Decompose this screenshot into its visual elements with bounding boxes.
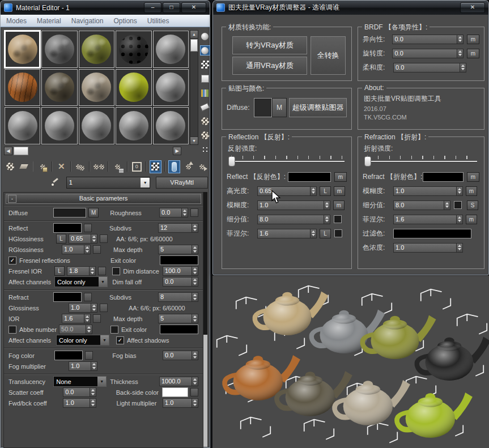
fresnel-field[interactable]: 1.6 xyxy=(393,215,457,224)
back-side-map-button[interactable] xyxy=(190,388,198,396)
translucency-dropdown[interactable]: None ▼ xyxy=(53,376,107,387)
material-type-button[interactable]: VRayMtl xyxy=(156,177,208,189)
material-editor-titlebar[interactable]: Material Editor - 1 – □ ✕ xyxy=(1,1,210,15)
dialog-titlebar[interactable]: 图夫批量VRay材质调整器 - 选谁调谁 ✕ xyxy=(213,1,488,15)
put-to-library-icon[interactable] xyxy=(112,160,124,173)
subdivs-s-button[interactable]: S xyxy=(467,200,478,210)
video-color-check-icon[interactable] xyxy=(200,88,210,98)
fresnel-checkbox[interactable] xyxy=(334,229,342,237)
highlight-map-button[interactable]: m xyxy=(334,186,345,196)
teapot[interactable] xyxy=(394,392,473,438)
rollout-scroll-thumb[interactable] xyxy=(203,335,207,447)
material-map-navigator-icon[interactable] xyxy=(200,144,210,155)
exit-color-checkbox[interactable] xyxy=(110,326,118,334)
scroll-left-icon[interactable]: ◀ xyxy=(4,147,12,155)
rglossiness-map-button[interactable] xyxy=(93,245,101,254)
exit-color-swatch[interactable] xyxy=(160,255,198,265)
make-material-copy-icon[interactable] xyxy=(74,160,86,173)
fog-color-map-button[interactable] xyxy=(85,351,93,360)
fresnel-lock-button[interactable]: L xyxy=(320,229,331,238)
abbe-number-spinner[interactable] xyxy=(86,325,92,334)
sample-slot[interactable] xyxy=(5,107,40,144)
sample-slot[interactable] xyxy=(79,69,114,106)
sample-slot[interactable] xyxy=(79,107,114,144)
rollout-scrollbar[interactable] xyxy=(203,192,207,447)
thickness-field[interactable]: 1000.0 xyxy=(159,377,192,386)
refract-color-swatch[interactable] xyxy=(423,172,464,182)
highlight-spinner[interactable] xyxy=(311,186,317,196)
diffuse-map-button[interactable]: M xyxy=(88,208,99,217)
sample-uv-tiling-icon[interactable] xyxy=(200,74,210,84)
subdivs-spinner[interactable] xyxy=(192,292,198,302)
slot-vertical-scrollbar[interactable]: ▲ ▼ xyxy=(190,30,198,145)
options-icon[interactable] xyxy=(200,116,210,126)
fresnel-spinner[interactable] xyxy=(311,229,317,238)
hglossiness-lock-button[interactable]: L xyxy=(56,234,66,244)
get-material-icon[interactable] xyxy=(4,160,16,173)
rotation-field[interactable]: 0.0 xyxy=(392,49,457,58)
sample-type-icon[interactable] xyxy=(200,31,210,41)
blur-field[interactable]: 1.0 xyxy=(257,200,324,210)
subdivs-spinner[interactable] xyxy=(444,200,450,210)
dropdown-arrow-icon[interactable]: ▼ xyxy=(97,377,106,386)
affect-channels-dropdown[interactable]: Color only ▼ xyxy=(54,276,108,287)
subdivs-spinner[interactable] xyxy=(324,215,330,224)
fwd-bck-coeff-field[interactable]: 1.0 xyxy=(63,398,90,408)
color-density-field[interactable]: 1.0 xyxy=(393,243,457,253)
reflect-color-swatch[interactable] xyxy=(53,223,82,233)
subdivs-spinner[interactable] xyxy=(192,223,198,233)
fresnel-ior-field[interactable]: 1.8 xyxy=(67,266,90,276)
refract-color-swatch[interactable] xyxy=(53,292,82,302)
rglossiness-field[interactable]: 1.0 xyxy=(62,245,84,254)
highlight-field[interactable]: 0.65 xyxy=(257,186,311,196)
subdivs-checkbox[interactable] xyxy=(454,201,462,209)
anisotropy-spinner[interactable] xyxy=(457,35,464,44)
scroll-thumb[interactable] xyxy=(190,39,198,52)
show-end-result-icon[interactable] xyxy=(168,160,180,173)
material-name-combo[interactable]: 1 ▼ xyxy=(66,177,150,189)
abbe-number-checkbox[interactable] xyxy=(8,326,16,334)
sample-slot[interactable] xyxy=(116,31,151,68)
dropdown-arrow-icon[interactable]: ▼ xyxy=(100,335,109,345)
max-depth-field[interactable]: 5 xyxy=(158,314,192,323)
hglossiness-spinner[interactable] xyxy=(91,234,97,244)
sample-slot[interactable] xyxy=(41,69,77,106)
blur-field[interactable]: 1.0 xyxy=(393,186,457,196)
scroll-right-icon[interactable]: ▶ xyxy=(173,147,181,155)
sample-slot[interactable] xyxy=(5,31,40,68)
blur-spinner[interactable] xyxy=(457,186,463,196)
fresnel-spinner[interactable] xyxy=(457,215,463,224)
backlight-icon[interactable] xyxy=(200,45,210,56)
slot-horizontal-scrollbar[interactable]: ◀ ▶ xyxy=(4,147,189,156)
fog-multiplier-spinner[interactable] xyxy=(91,361,97,371)
sample-slot[interactable] xyxy=(116,107,151,144)
blur-map-button[interactable]: m xyxy=(333,200,345,210)
scroll-down-icon[interactable]: ▼ xyxy=(190,136,198,144)
convert-all-button[interactable]: 全转换 xyxy=(311,36,346,75)
super-map-adjuster-button[interactable]: 超级调整贴图器 xyxy=(289,98,347,117)
reflection-strength-slider[interactable] xyxy=(228,155,346,166)
assign-material-to-selection-icon[interactable] xyxy=(36,160,48,173)
generic-vray-button[interactable]: 通用VRay材质 xyxy=(232,57,307,75)
blur-map-button[interactable]: m xyxy=(466,186,477,196)
subdivs-field[interactable]: 8 xyxy=(158,292,192,302)
scatter-coeff-spinner[interactable] xyxy=(90,387,96,397)
glossiness-field[interactable]: 1.0 xyxy=(69,303,91,313)
subdivs-checkbox[interactable] xyxy=(334,215,342,223)
light-multiplier-spinner[interactable] xyxy=(192,398,198,408)
sample-slot[interactable] xyxy=(5,69,40,106)
slider-thumb[interactable] xyxy=(364,156,371,167)
menu-material[interactable]: Material xyxy=(37,17,61,25)
dropdown-arrow-icon[interactable]: ▼ xyxy=(99,277,107,287)
close-button[interactable]: ✕ xyxy=(181,2,206,13)
diffuse-color-swatch[interactable] xyxy=(53,208,86,217)
thickness-spinner[interactable] xyxy=(192,377,198,386)
minimize-button[interactable]: – xyxy=(144,2,161,13)
refract-map-button[interactable] xyxy=(84,293,92,301)
sample-slot[interactable] xyxy=(153,31,189,68)
ior-map-button[interactable] xyxy=(93,314,101,323)
ior-spinner[interactable] xyxy=(84,314,91,323)
fresnel-ior-lock-button[interactable]: L xyxy=(54,266,65,276)
dim-fall-off-field[interactable]: 0.0 xyxy=(163,277,192,287)
dim-distance-spinner[interactable] xyxy=(192,266,198,276)
